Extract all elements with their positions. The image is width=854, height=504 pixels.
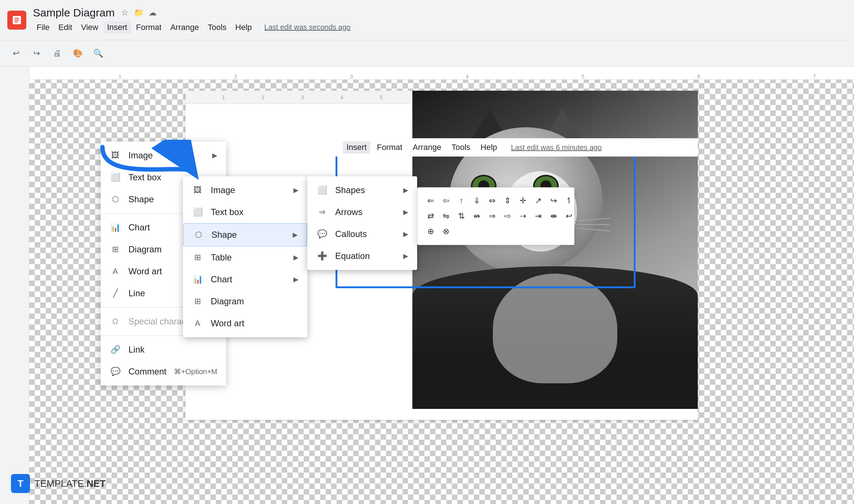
ruler-top: 1 2 3 4 5 6 7	[29, 67, 854, 80]
fg-textbox-icon: ⬜	[192, 206, 203, 218]
arrow-13[interactable]: ⇅	[455, 210, 468, 223]
arrow-22[interactable]: ⊗	[439, 225, 453, 238]
doc-menu-format[interactable]: Format	[373, 141, 406, 154]
comment-icon: 💬	[109, 366, 121, 377]
arrow-5[interactable]: ⇔	[486, 194, 499, 207]
doc-menu-insert[interactable]: Insert	[343, 141, 370, 154]
insert-menu-foreground[interactable]: 🖼 Image ▶ ⬜ Text box ⬡ Shape ▶ ⊞ Table ▶…	[183, 176, 307, 337]
shapes-item-callouts[interactable]: 💬 Callouts ▶	[307, 223, 417, 245]
arrow-7[interactable]: ✛	[516, 194, 529, 207]
ruler-mark-6: 6	[659, 74, 738, 79]
arrow-20[interactable]: ↩	[562, 210, 576, 223]
fg-menu-chart[interactable]: 📊 Chart ▶	[183, 268, 307, 290]
arrow-21[interactable]: ⊕	[424, 225, 437, 238]
doc-menu-help[interactable]: Help	[477, 141, 501, 154]
ruler-mark-2: 2	[196, 74, 275, 79]
print-button[interactable]: 🖨	[48, 45, 66, 62]
doc-title[interactable]: Sample Diagram	[33, 7, 115, 19]
brand-text: TEMPLATE.NET	[34, 478, 106, 489]
shapes-submenu[interactable]: ⬜ Shapes ▶ ⇒ Arrows ▶ 💬 Callouts ▶ ➕ Equ…	[307, 176, 417, 270]
ruler-mark-7: 7	[775, 74, 854, 79]
fg-menu-image[interactable]: 🖼 Image ▶	[183, 179, 307, 201]
arrow-6[interactable]: ⇕	[501, 194, 514, 207]
left-sidebar	[0, 67, 29, 504]
fg-menu-table[interactable]: ⊞ Table ▶	[183, 247, 307, 268]
chart-icon: 📊	[109, 222, 121, 233]
fg-submenu-arrow-shape: ▶	[293, 231, 298, 239]
app-icon	[7, 11, 26, 30]
brand-icon: T	[11, 474, 30, 493]
menu-format[interactable]: Format	[132, 21, 165, 34]
shapes-arrow-callouts: ▶	[403, 230, 408, 238]
shape-icon: ⬡	[109, 193, 121, 205]
arrow-4[interactable]: ⇓	[470, 194, 483, 207]
menu-insert[interactable]: Insert	[104, 21, 131, 34]
equation-icon: ➕	[316, 250, 328, 262]
fg-menu-textbox[interactable]: ⬜ Text box	[183, 201, 307, 223]
fg-wordart-icon: A	[192, 317, 203, 329]
fg-submenu-arrow-table: ▶	[293, 253, 299, 262]
arrow-10[interactable]: ↿	[562, 194, 576, 207]
image-icon: 🖼	[109, 150, 121, 161]
submenu-arrow: ▶	[212, 151, 217, 159]
chrome-top-bar: Sample Diagram ☆ 📁 ☁ File Edit View Inse…	[0, 0, 854, 40]
menu-arrange[interactable]: Arrange	[166, 21, 202, 34]
arrow-16[interactable]: ⇨	[501, 210, 514, 223]
fg-menu-wordart[interactable]: A Word art	[183, 312, 307, 334]
arrow-14[interactable]: ↮	[470, 210, 483, 223]
undo-button[interactable]: ↩	[7, 45, 25, 62]
menu-tools[interactable]: Tools	[204, 21, 230, 34]
arrow-15[interactable]: ⇒	[486, 210, 499, 223]
arrow-18[interactable]: ⇥	[532, 210, 545, 223]
doc-last-edit: Last edit was 6 minutes ago	[511, 143, 602, 152]
line-icon: ╱	[109, 287, 121, 299]
fg-menu-shape[interactable]: ⬡ Shape ▶	[183, 223, 307, 247]
bg-menu-link[interactable]: 🔗 Link	[101, 339, 226, 361]
bg-menu-comment[interactable]: 💬 Comment ⌘+Option+M	[101, 361, 226, 383]
folder-icon[interactable]: 📁	[134, 8, 144, 18]
zoom-button[interactable]: 🔍	[89, 45, 107, 62]
cloud-icon[interactable]: ☁	[147, 8, 158, 18]
menu-edit[interactable]: Edit	[55, 21, 76, 34]
fg-shape-icon: ⬡	[192, 229, 204, 241]
fg-chart-icon: 📊	[192, 274, 203, 285]
doc-menu-bar: Insert Format Arrange Tools Help Last ed…	[336, 138, 698, 157]
redo-button[interactable]: ↪	[28, 45, 45, 62]
doc-title-area: Sample Diagram ☆ 📁 ☁ File Edit View Inse…	[33, 7, 351, 34]
doc-menu-arrange[interactable]: Arrange	[409, 141, 445, 154]
fg-diagram-icon: ⊞	[192, 296, 203, 307]
arrow-9[interactable]: ↪	[547, 194, 560, 207]
fg-submenu-arrow-image: ▶	[293, 186, 299, 194]
ruler-mark-3: 3	[312, 74, 391, 79]
arrow-8[interactable]: ↗	[532, 194, 545, 207]
star-icon[interactable]: ☆	[120, 8, 130, 18]
arrows-grid: ⇐ ⇦ ↑ ⇓ ⇔ ⇕ ✛ ↗ ↪ ↿ ⇄ ⇋ ⇅ ↮ ⇒ ⇨ ⇢ ⇥ ⇼ ↩	[424, 194, 568, 238]
arrow-19[interactable]: ⇼	[547, 210, 560, 223]
callouts-icon: 💬	[316, 228, 328, 240]
shapes-icon: ⬜	[316, 184, 328, 196]
shapes-item-equation[interactable]: ➕ Equation ▶	[307, 245, 417, 267]
wordart-icon: A	[109, 266, 121, 277]
arrow-2[interactable]: ⇦	[439, 194, 453, 207]
fg-table-icon: ⊞	[192, 252, 203, 263]
paintformat-button[interactable]: 🎨	[69, 45, 86, 62]
menu-file[interactable]: File	[33, 21, 53, 34]
arrow-17[interactable]: ⇢	[516, 210, 529, 223]
arrow-11[interactable]: ⇄	[424, 210, 437, 223]
special-icon: Ω	[109, 316, 121, 327]
shapes-item-shapes[interactable]: ⬜ Shapes ▶	[307, 179, 417, 201]
menu-view[interactable]: View	[77, 21, 102, 34]
doc-menu-tools[interactable]: Tools	[448, 141, 474, 154]
arrow-12[interactable]: ⇋	[439, 210, 453, 223]
arrow-3[interactable]: ↑	[455, 194, 468, 207]
shapes-item-arrows[interactable]: ⇒ Arrows ▶	[307, 201, 417, 223]
menu-help[interactable]: Help	[232, 21, 255, 34]
ruler-mark-4: 4	[428, 74, 507, 79]
shapes-arrow-arrows: ▶	[403, 208, 408, 216]
arrow-1[interactable]: ⇐	[424, 194, 437, 207]
shapes-arrow-equation: ▶	[403, 252, 408, 260]
textbox-icon: ⬜	[109, 172, 121, 183]
toolbar: ↩ ↪ 🖨 🎨 🔍	[0, 40, 854, 67]
fg-menu-diagram[interactable]: ⊞ Diagram	[183, 290, 307, 312]
bg-menu-image[interactable]: 🖼 Image ▶	[101, 144, 226, 166]
